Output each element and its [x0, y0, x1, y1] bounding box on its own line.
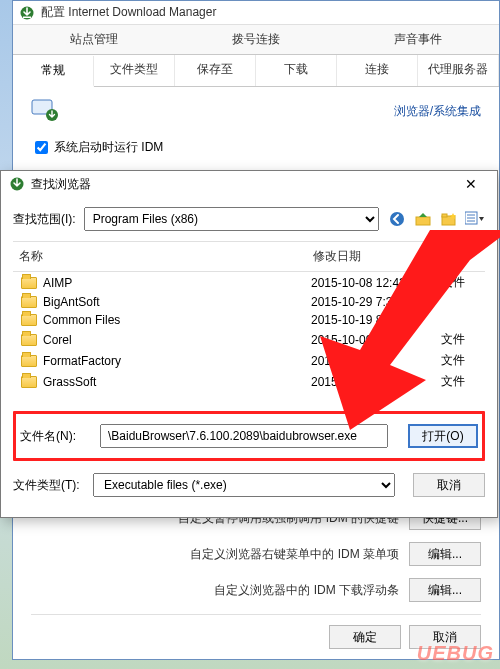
tab-site[interactable]: 站点管理 — [13, 25, 175, 54]
folder-name: FormatFactory — [43, 354, 121, 368]
col-date[interactable]: 修改日期 — [307, 242, 437, 271]
filename-row: 文件名(N): 打开(O) — [20, 418, 478, 454]
integration-label: 浏览器/系统集成 — [394, 103, 481, 120]
folder-icon — [21, 296, 37, 308]
picker-toolbar — [387, 209, 485, 229]
ok-button[interactable]: 确定 — [329, 625, 401, 649]
lookin-row: 查找范围(I): Program Files (x86) — [1, 197, 497, 241]
tab-sound[interactable]: 声音事件 — [337, 25, 499, 54]
folder-name: AIMP — [43, 276, 72, 290]
idm-logo-icon — [19, 5, 35, 21]
watermark: UEBUG — [417, 642, 494, 665]
folder-row[interactable]: FormatFactory2015-10-文件 — [13, 350, 485, 371]
folder-type: 文件 — [435, 331, 483, 348]
file-list: 名称 修改日期 类型 AIMP2015-10-08 12:43文件BigAntS… — [13, 241, 485, 401]
svg-rect-8 — [442, 214, 447, 217]
folder-name: Corel — [43, 333, 72, 347]
float-row: 自定义浏览器中的 IDM 下载浮动条 编辑... — [31, 572, 481, 608]
folder-row[interactable]: BigAntSoft2015-10-29 7:30 — [13, 293, 485, 311]
folder-icon — [21, 376, 37, 388]
filename-input[interactable] — [100, 424, 388, 448]
folder-date: 2015-10- — [305, 354, 435, 368]
float-label: 自定义浏览器中的 IDM 下载浮动条 — [214, 582, 399, 599]
idm-tabs-top: 站点管理 拨号连接 声音事件 — [13, 25, 499, 55]
folder-type: 文件 — [435, 373, 483, 390]
tab-dialup[interactable]: 拨号连接 — [175, 25, 337, 54]
close-icon[interactable]: ✕ — [453, 173, 489, 195]
folder-row[interactable]: Common Files2015-10-19 8:15 — [13, 311, 485, 329]
folder-icon — [21, 277, 37, 289]
view-menu-icon[interactable] — [465, 209, 485, 229]
tab-saveto[interactable]: 保存至 — [175, 55, 256, 86]
folder-icon — [21, 355, 37, 367]
picker-app-icon — [9, 176, 25, 192]
folder-type: 文件 — [435, 274, 483, 291]
filename-label: 文件名(N): — [20, 428, 90, 445]
svg-rect-1 — [23, 16, 31, 18]
idm-titlebar: 配置 Internet Download Manager — [13, 1, 499, 25]
folder-row[interactable]: Corel2015-10-09文件 — [13, 329, 485, 350]
idm-bottom: 自定义暂停调用或强制调用 IDM 的快捷键 快捷键... 自定义浏览器右键菜单中… — [31, 500, 481, 649]
filetype-label: 文件类型(T): — [13, 477, 83, 494]
folder-row[interactable]: AIMP2015-10-08 12:43文件 — [13, 272, 485, 293]
folder-date: 2015-10-08 12:43 — [305, 276, 435, 290]
file-picker-dialog: 查找浏览器 ✕ 查找范围(I): Program Files (x86) — [0, 170, 498, 518]
tab-filetypes[interactable]: 文件类型 — [94, 55, 175, 86]
lookin-select[interactable]: Program Files (x86) — [84, 207, 379, 231]
autorun-checkbox[interactable] — [35, 141, 48, 154]
folder-icon — [21, 334, 37, 346]
autorun-row: 系统启动时运行 IDM — [31, 133, 481, 156]
tab-proxy[interactable]: 代理服务器 — [418, 55, 499, 86]
tab-connection[interactable]: 连接 — [337, 55, 418, 86]
cancel-button-picker[interactable]: 取消 — [413, 473, 485, 497]
file-list-body[interactable]: AIMP2015-10-08 12:43文件BigAntSoft2015-10-… — [13, 272, 485, 401]
col-type[interactable]: 类型 — [437, 242, 485, 271]
svg-point-5 — [390, 212, 404, 226]
filetype-select[interactable]: Executable files (*.exe) — [93, 473, 395, 497]
new-folder-icon[interactable] — [439, 209, 459, 229]
folder-date: 2015- .50 — [305, 375, 435, 389]
filename-highlight: 文件名(N): 打开(O) — [13, 411, 485, 461]
idm-title: 配置 Internet Download Manager — [41, 4, 216, 21]
picker-titlebar: 查找浏览器 ✕ — [1, 171, 497, 197]
folder-name: Common Files — [43, 313, 120, 327]
col-name[interactable]: 名称 — [13, 242, 307, 271]
tab-download[interactable]: 下载 — [256, 55, 337, 86]
idm-dlg-buttons: 确定 取消 — [31, 614, 481, 649]
up-icon[interactable] — [413, 209, 433, 229]
folder-name: GrassSoft — [43, 375, 96, 389]
file-list-header: 名称 修改日期 类型 — [13, 242, 485, 272]
browser-globe-icon — [31, 97, 59, 125]
folder-type: 文件 — [435, 352, 483, 369]
svg-rect-6 — [416, 217, 430, 225]
float-edit-button[interactable]: 编辑... — [409, 578, 481, 602]
folder-name: BigAntSoft — [43, 295, 100, 309]
folder-row[interactable]: GrassSoft2015- .50文件 — [13, 371, 485, 392]
folder-icon — [21, 314, 37, 326]
back-icon[interactable] — [387, 209, 407, 229]
autorun-label: 系统启动时运行 IDM — [54, 139, 163, 156]
tab-general[interactable]: 常规 — [13, 56, 94, 87]
menu-row: 自定义浏览器右键菜单中的 IDM 菜单项 编辑... — [31, 536, 481, 572]
picker-fields: 文件名(N): 打开(O) 文件类型(T): Executable files … — [1, 401, 497, 517]
idm-tabs-sub: 常规 文件类型 保存至 下载 连接 代理服务器 — [13, 55, 499, 87]
open-button[interactable]: 打开(O) — [408, 424, 478, 448]
folder-date: 2015-10-29 7:30 — [305, 295, 435, 309]
folder-date: 2015-10-09 — [305, 333, 435, 347]
lookin-label: 查找范围(I): — [13, 211, 76, 228]
integration-row: 浏览器/系统集成 — [31, 97, 481, 133]
idm-body: 浏览器/系统集成 系统启动时运行 IDM — [13, 87, 499, 166]
menu-label: 自定义浏览器右键菜单中的 IDM 菜单项 — [190, 546, 399, 563]
filetype-row: 文件类型(T): Executable files (*.exe) 取消 — [13, 467, 485, 503]
picker-title: 查找浏览器 — [31, 176, 447, 193]
folder-date: 2015-10-19 8:15 — [305, 313, 435, 327]
menu-edit-button[interactable]: 编辑... — [409, 542, 481, 566]
